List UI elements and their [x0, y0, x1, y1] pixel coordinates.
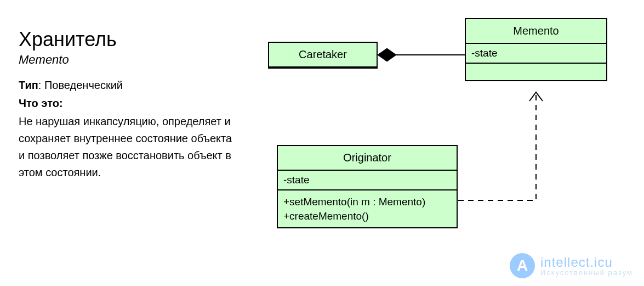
type-label: Тип	[19, 79, 38, 91]
pattern-desc-text: Не нарушая инкапсуляцию, определяет и со…	[19, 113, 238, 181]
what-is-it-label: Что это:	[19, 97, 238, 110]
arrowhead-icon	[529, 92, 543, 101]
uml-operations: +setMemento(in m : Memento) +createMemen…	[278, 190, 457, 227]
uml-class-name: Caretaker	[269, 43, 377, 68]
pattern-type-line: Тип: Поведенческий	[19, 79, 238, 92]
uml-operation: +setMemento(in m : Memento)	[283, 195, 451, 209]
uml-attribute: -state	[278, 171, 457, 190]
pattern-description: Хранитель Memento Тип: Поведенческий Что…	[19, 29, 238, 181]
pattern-subtitle: Memento	[19, 53, 238, 67]
uml-operations-empty	[466, 64, 606, 80]
watermark-badge-icon: A	[510, 253, 535, 278]
uml-class-caretaker: Caretaker	[268, 42, 378, 69]
dependency-line	[458, 92, 536, 200]
uml-class-name: Memento	[466, 19, 606, 44]
uml-class-memento: Memento -state	[465, 18, 607, 81]
pattern-title: Хранитель	[19, 29, 238, 51]
watermark: A intellect.icu Искусственный разум	[510, 253, 633, 278]
watermark-sub: Искусственный разум	[540, 269, 633, 277]
uml-class-originator: Originator -state +setMemento(in m : Mem…	[277, 145, 458, 228]
type-value: Поведенческий	[44, 79, 123, 91]
uml-class-name: Originator	[278, 146, 457, 171]
uml-attribute: -state	[466, 44, 606, 64]
uml-operation: +createMemento()	[283, 209, 451, 223]
diamond-icon	[378, 48, 396, 61]
watermark-main: intellect.icu	[540, 255, 633, 269]
